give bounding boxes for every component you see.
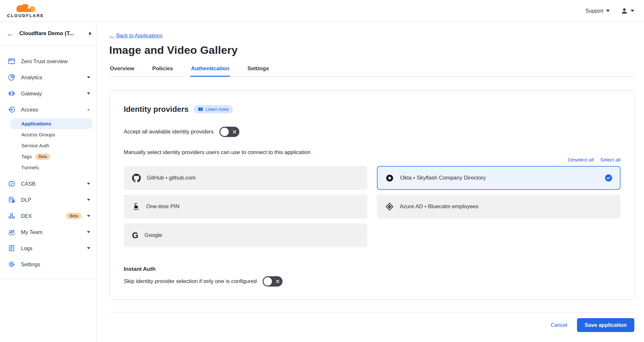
access-subnav: Applications Access Groups Service Auth … <box>0 118 97 176</box>
instant-auth-toggle[interactable] <box>263 276 283 287</box>
user-menu[interactable] <box>621 7 634 15</box>
sidebar-item-label: Access <box>21 107 82 113</box>
back-arrow-icon: ← <box>109 33 114 39</box>
sidebar-item-tags[interactable]: Tags Beta <box>10 151 93 162</box>
tab-settings[interactable]: Settings <box>247 65 270 76</box>
toggle-knob <box>220 128 229 136</box>
provider-card-okta[interactable]: Okta • Skyflash Company Directory <box>377 166 620 190</box>
deselect-all-link[interactable]: Deselect all <box>568 157 594 163</box>
chevron-up-icon[interactable] <box>87 109 90 111</box>
back-arrow-icon[interactable]: ← <box>6 30 14 37</box>
sidebar-item-analytics[interactable]: Analytics <box>0 69 97 85</box>
sidebar-item-label: Tunnels <box>21 165 39 171</box>
okta-icon <box>385 174 394 182</box>
support-label: Support <box>585 8 603 14</box>
sidebar-item-label: Service Auth <box>21 143 49 149</box>
sidebar: ← Cloudflare Demo (T... Zero Trust overv… <box>0 22 97 342</box>
select-all-link[interactable]: Select all <box>600 157 620 163</box>
provider-card-azure-ad[interactable]: Azure AD • Bluecalm employees <box>377 195 620 219</box>
tab-authentication[interactable]: Authentication <box>190 65 230 76</box>
chevron-down-icon <box>606 10 610 12</box>
toggle-knob <box>264 277 272 286</box>
account-name[interactable]: Cloudflare Demo (T... <box>19 30 84 37</box>
x-icon <box>276 280 279 283</box>
sidebar-item-label: Zero Trust overview <box>21 58 90 64</box>
sidebar-item-settings[interactable]: Settings <box>0 256 97 272</box>
chevron-down-icon <box>630 10 634 12</box>
sidebar-item-access[interactable]: Access <box>0 102 97 118</box>
beta-badge: Beta <box>66 213 82 219</box>
chevron-down-icon[interactable] <box>87 247 90 249</box>
provider-card-one-time-pin[interactable]: **** One-time PIN <box>124 195 367 219</box>
back-link-label: Back to Applications <box>116 33 162 39</box>
footer-actions: Cancel Save application <box>109 312 635 332</box>
chevron-down-icon[interactable] <box>87 215 90 217</box>
save-application-button[interactable]: Save application <box>577 318 634 332</box>
learn-more-badge[interactable]: Learn more <box>194 105 233 113</box>
sidebar-item-casb[interactable]: CASB <box>0 176 97 192</box>
sidebar-item-gateway[interactable]: Gateway <box>0 85 97 102</box>
chevron-down-icon[interactable] <box>87 199 90 201</box>
identity-providers-panel: Identity providers Learn more Accept all… <box>109 90 635 300</box>
provider-name: Azure AD • Bluecalm employees <box>400 203 612 210</box>
google-icon: G <box>132 231 138 239</box>
sidebar-item-my-team[interactable]: My Team <box>0 224 97 240</box>
sidebar-item-dlp[interactable]: DLP <box>0 192 97 208</box>
provider-name: Okta • Skyflash Company Directory <box>400 175 599 181</box>
instant-auth-heading: Instant Auth <box>124 266 620 272</box>
chevron-down-icon[interactable] <box>87 183 90 185</box>
sidebar-item-label: Access Groups <box>21 132 55 138</box>
chevron-right-icon[interactable] <box>89 32 91 35</box>
azure-ad-icon <box>385 202 394 211</box>
sidebar-item-dex[interactable]: DEX Beta <box>0 208 97 224</box>
sidebar-item-access-groups[interactable]: Access Groups <box>10 129 93 140</box>
cloudflare-cloud-icon <box>12 4 39 13</box>
chevron-down-icon[interactable] <box>87 76 90 78</box>
sidebar-item-label: Logs <box>21 245 82 251</box>
provider-card-google[interactable]: G Google <box>124 223 367 247</box>
pie-chart-icon <box>8 73 15 81</box>
instant-auth-label: Skip identity provider selection if only… <box>124 278 257 285</box>
cloudflare-wordmark: CLOUDFLARE <box>7 14 44 18</box>
sidebar-item-label: CASB <box>21 181 82 187</box>
dashboard-window-icon <box>8 57 15 65</box>
provider-name: GitHub • github.com <box>147 175 359 181</box>
sidebar-item-label: Tags <box>21 154 32 160</box>
provider-name: Google <box>144 232 359 239</box>
support-menu[interactable]: Support <box>585 8 610 14</box>
accept-all-toggle[interactable] <box>219 127 239 137</box>
chevron-down-icon[interactable] <box>87 231 90 233</box>
learn-more-label: Learn more <box>206 107 229 112</box>
network-cluster-icon <box>8 212 15 220</box>
cloudflare-logo[interactable]: CLOUDFLARE <box>7 4 44 18</box>
top-bar: CLOUDFLARE Support <box>0 0 644 22</box>
sidebar-item-label: DEX <box>21 213 61 219</box>
log-document-icon <box>8 244 15 252</box>
provider-grid: GitHub • github.com Okta • Skyflash Comp… <box>124 166 620 247</box>
sidebar-item-label: Settings <box>21 261 90 268</box>
sidebar-item-label: Analytics <box>21 74 82 81</box>
sidebar-item-zero-trust-overview[interactable]: Zero Trust overview <box>0 53 97 69</box>
book-icon <box>198 107 203 112</box>
access-icon <box>8 106 15 113</box>
sidebar-item-service-auth[interactable]: Service Auth <box>10 140 93 151</box>
provider-name: One-time PIN <box>146 203 359 210</box>
chevron-down-icon[interactable] <box>87 93 90 94</box>
sidebar-item-tunnels[interactable]: Tunnels <box>10 162 93 173</box>
sidebar-account-header: ← Cloudflare Demo (T... <box>0 22 97 45</box>
tab-policies[interactable]: Policies <box>152 65 174 76</box>
sidebar-nav: Zero Trust overview Analytics <box>0 45 97 279</box>
sidebar-item-logs[interactable]: Logs <box>0 240 97 256</box>
sidebar-item-label: Gateway <box>21 91 82 97</box>
document-lock-icon <box>8 196 15 204</box>
cancel-button[interactable]: Cancel <box>551 322 567 328</box>
tab-overview[interactable]: Overview <box>109 65 135 76</box>
provider-card-github[interactable]: GitHub • github.com <box>124 166 367 190</box>
sidebar-divider <box>0 279 97 279</box>
sidebar-item-label: My Team <box>21 229 82 235</box>
team-icon <box>8 228 15 236</box>
back-to-applications-link[interactable]: ← Back to Applications <box>109 33 162 39</box>
sidebar-item-applications[interactable]: Applications <box>10 118 93 129</box>
gear-icon <box>8 260 15 268</box>
box-check-icon <box>8 180 15 188</box>
